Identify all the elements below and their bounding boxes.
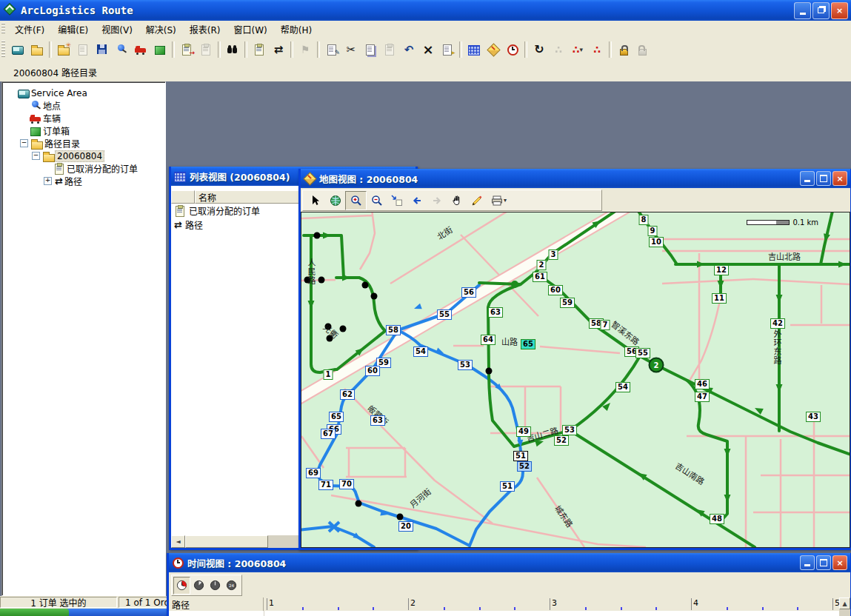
routes-button[interactable]: ⇄ (269, 41, 288, 58)
clock-24-button[interactable]: 24 (224, 578, 239, 594)
map-stop-label-2[interactable]: 2 (537, 260, 547, 270)
tree-item-label[interactable]: 已取消分配的订单 (65, 162, 139, 175)
paste-button[interactable] (380, 41, 399, 58)
menu-grip-handle[interactable] (1, 23, 5, 34)
map-stop-label-67[interactable]: 67 (321, 429, 336, 439)
timeline-vertical-scrollbar[interactable]: ▲ (839, 597, 850, 616)
map-stop-label-1[interactable]: 1 (324, 369, 333, 380)
menu-item-5[interactable]: 报表(R) (183, 24, 227, 37)
import-orders-button[interactable]: → (177, 41, 196, 58)
find-button[interactable] (223, 41, 242, 58)
clock-quarter-button[interactable] (173, 577, 190, 595)
map-close-button[interactable]: × (832, 171, 847, 186)
list-scroll-thumb[interactable] (185, 535, 268, 548)
map-stop-label-64[interactable]: 64 (481, 335, 495, 345)
route-nodes-button[interactable]: ∴ (587, 41, 607, 58)
tree-item-label[interactable]: Service Area (30, 88, 89, 98)
map-stop-label-53[interactable]: 53 (562, 425, 577, 435)
map-stop-label-63[interactable]: 63 (370, 415, 385, 426)
pan-tool-button[interactable] (447, 192, 467, 210)
tree-item-label[interactable]: 路径目录 (43, 137, 81, 150)
tree-item-20060804[interactable]: −20060804 (2, 150, 165, 162)
globe-tool-button[interactable] (325, 192, 345, 210)
map-stop-label-61[interactable]: 61 (533, 272, 547, 282)
map-stop-label-58[interactable]: 58 (386, 325, 401, 335)
map-stop-label-51[interactable]: 51 (500, 481, 515, 492)
zoom-out-tool-button[interactable] (367, 192, 387, 210)
map-stop-label-62[interactable]: 62 (340, 389, 355, 400)
orders-list-button[interactable] (250, 41, 269, 58)
menu-item-2[interactable]: 编辑(E) (51, 24, 95, 37)
map-stop-label-52[interactable]: 52 (517, 461, 532, 472)
cut-button[interactable]: ✂ (341, 41, 361, 58)
map-stop-label-65[interactable]: 65 (329, 412, 344, 422)
zoom-in-tool-button[interactable] (345, 191, 367, 210)
map-view-titlebar[interactable]: 地图视图 : 20060804 × (301, 169, 850, 188)
map-stop-label-3[interactable]: 3 (549, 250, 558, 260)
tree-item-label[interactable]: 地点 (41, 99, 62, 112)
map-stop-label-65[interactable]: 65 (521, 339, 535, 349)
map-stop-label-49[interactable]: 49 (516, 426, 531, 437)
list-column-header[interactable]: 名称 (195, 190, 313, 204)
properties-button[interactable]: ✎ (322, 41, 341, 58)
print-dropdown-icon[interactable]: ▾ (504, 197, 507, 204)
map-stop-label-69[interactable]: 69 (306, 468, 321, 478)
map-stop-label-59[interactable]: 59 (560, 298, 575, 308)
paste-new-button[interactable]: ➤ (438, 41, 457, 58)
column-separator[interactable] (264, 611, 264, 616)
menu-item-3[interactable]: 视图(V) (95, 24, 139, 37)
map-stop-label-43[interactable]: 43 (806, 412, 821, 422)
map-view-button[interactable] (484, 41, 503, 58)
map-stop-label-12[interactable]: 12 (714, 265, 729, 275)
edit-sequence-button[interactable]: ∴ (549, 41, 568, 58)
lock-button[interactable] (614, 41, 633, 58)
tree-item-已取消分配的订单[interactable]: 已取消分配的订单 (2, 162, 165, 175)
open-schedule-button[interactable] (27, 41, 47, 58)
tree-item-label[interactable]: 订单箱 (41, 124, 71, 137)
map-stop-label-53[interactable]: 53 (458, 360, 473, 370)
copy-schedule-button[interactable] (73, 41, 93, 58)
map-stop-label-9[interactable]: 9 (648, 226, 658, 236)
clock-half-button[interactable] (191, 578, 207, 594)
map-stop-label-46[interactable]: 46 (695, 379, 710, 389)
route-marker-2[interactable]: 2 (649, 358, 664, 373)
start-button-fragment[interactable] (0, 609, 69, 616)
time-view-titlebar[interactable]: 时间视图 : 20060804 × (169, 553, 850, 572)
map-minimize-button[interactable] (800, 171, 815, 186)
map-stop-label-63[interactable]: 63 (488, 307, 503, 318)
scroll-up-icon[interactable]: ▲ (839, 597, 850, 609)
close-button[interactable]: × (831, 2, 848, 19)
tree-item-路径[interactable]: +⇄路径 (2, 175, 165, 187)
map-stop-label-48[interactable]: 48 (710, 514, 724, 524)
map-stop-label-10[interactable]: 10 (649, 237, 664, 247)
expand-icon[interactable]: + (44, 177, 52, 185)
map-stop-label-20[interactable]: 20 (398, 521, 413, 532)
map-maximize-button[interactable] (816, 171, 831, 186)
tree-item-路径目录[interactable]: −路径目录 (2, 137, 165, 150)
map-stop-label-42[interactable]: 42 (770, 318, 785, 329)
list-view-button[interactable] (464, 41, 484, 58)
time-close-button[interactable]: × (832, 555, 847, 570)
copy-button[interactable] (361, 41, 380, 58)
map-stop-label-8[interactable]: 8 (639, 215, 649, 225)
unlock-button[interactable] (633, 41, 653, 58)
back-tool-button[interactable] (407, 192, 427, 210)
select-tool-button[interactable] (305, 192, 325, 210)
import-orders-alt-button[interactable] (196, 41, 216, 58)
clock-hour-button[interactable] (207, 578, 223, 594)
tree-item-订单箱[interactable]: 订单箱 (2, 124, 165, 137)
collapse-icon[interactable]: − (20, 139, 28, 147)
map-stop-label-51[interactable]: 51 (513, 451, 528, 461)
draw-tool-button[interactable] (467, 192, 487, 210)
delete-button[interactable]: × (418, 41, 438, 58)
scroll-left-icon[interactable]: ◄ (171, 535, 185, 548)
tree-item-label[interactable]: 20060804 (55, 150, 104, 162)
map-stop-label-52[interactable]: 52 (554, 435, 569, 446)
map-stop-label-54[interactable]: 54 (413, 346, 428, 357)
forward-tool-button[interactable] (427, 192, 447, 210)
map-stop-label-55[interactable]: 55 (635, 348, 650, 358)
tree-item-车辆[interactable]: 车辆 (2, 112, 165, 124)
save-button[interactable] (93, 41, 112, 58)
tree-item-label[interactable]: 车辆 (41, 112, 62, 124)
zoom-selected-tool-button[interactable] (387, 192, 407, 210)
